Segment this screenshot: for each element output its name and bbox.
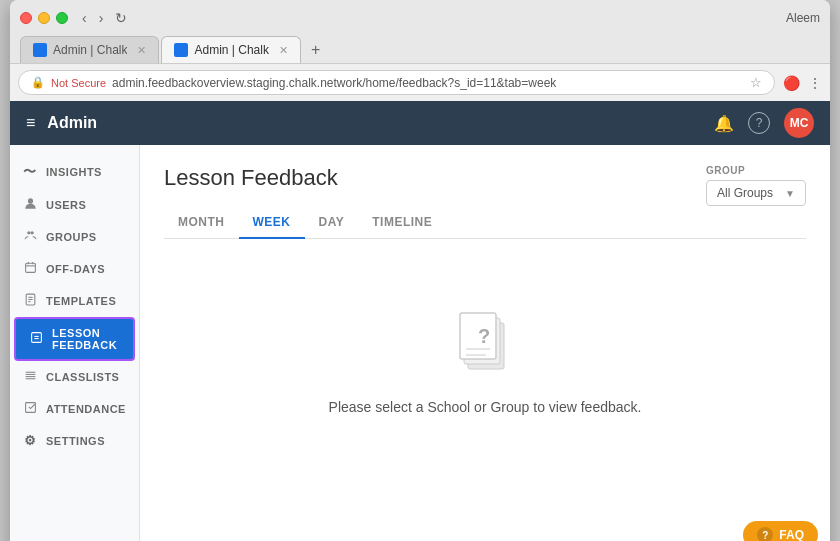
- sidebar-item-insights[interactable]: 〜 Insights: [10, 155, 139, 189]
- topnav-icons: 🔔 ? MC: [714, 108, 814, 138]
- svg-rect-3: [25, 263, 35, 272]
- browser-controls: ‹ › ↻ Aleem: [20, 8, 820, 28]
- tab-timeline[interactable]: Timeline: [358, 207, 446, 239]
- sidebar-item-offdays[interactable]: Off-Days: [10, 253, 139, 285]
- new-tab-button[interactable]: +: [303, 37, 328, 63]
- svg-rect-11: [31, 333, 41, 343]
- groups-icon: [22, 229, 38, 245]
- users-icon: [22, 197, 38, 213]
- empty-message: Please select a School or Group to view …: [329, 399, 642, 415]
- attendance-icon: [22, 401, 38, 417]
- group-select[interactable]: All Groups ▼: [706, 180, 806, 206]
- browser-titlebar: ‹ › ↻ Aleem Admin | Chalk ✕ Admin | Chal…: [10, 0, 830, 64]
- sidebar-label-attendance: Attendance: [46, 403, 126, 415]
- tab-month[interactable]: Month: [164, 207, 239, 239]
- svg-point-1: [27, 231, 30, 234]
- faq-button[interactable]: ? FAQ: [743, 521, 818, 541]
- faq-icon: ?: [757, 527, 773, 541]
- empty-state: ? Please select a School or Group to vie…: [164, 263, 806, 455]
- address-bar[interactable]: 🔒 Not Secure admin.feedbackoverview.stag…: [18, 70, 775, 95]
- sidebar-item-lesson-feedback[interactable]: Lesson Feedback: [14, 317, 135, 361]
- traffic-lights: [20, 12, 68, 24]
- back-button[interactable]: ‹: [78, 8, 91, 28]
- sidebar-label-insights: Insights: [46, 166, 102, 178]
- maximize-traffic-light[interactable]: [56, 12, 68, 24]
- avatar[interactable]: MC: [784, 108, 814, 138]
- browser-tab-1[interactable]: Admin | Chalk ✕: [20, 36, 159, 63]
- sidebar-label-users: Users: [46, 199, 86, 211]
- sidebar-label-templates: Templates: [46, 295, 116, 307]
- chevron-down-icon: ▼: [785, 188, 795, 199]
- app-container: ≡ Admin 🔔 ? MC 〜 Insights Users: [10, 101, 830, 541]
- sidebar-item-users[interactable]: Users: [10, 189, 139, 221]
- star-icon[interactable]: ☆: [750, 75, 762, 90]
- group-select-text: All Groups: [717, 186, 779, 200]
- sidebar-label-lesson-feedback: Lesson Feedback: [52, 327, 121, 351]
- sidebar-item-settings[interactable]: ⚙ Settings: [10, 425, 139, 456]
- app-body: 〜 Insights Users Groups: [10, 145, 830, 541]
- app-title: Admin: [47, 114, 714, 132]
- group-selector-area: Group All Groups ▼: [706, 165, 806, 206]
- hamburger-button[interactable]: ≡: [26, 114, 35, 132]
- forward-button[interactable]: ›: [95, 8, 108, 28]
- svg-point-0: [27, 198, 32, 203]
- templates-icon: [22, 293, 38, 309]
- reload-button[interactable]: ↻: [111, 8, 131, 28]
- menu-button[interactable]: ⋮: [808, 75, 822, 91]
- help-button[interactable]: ?: [748, 112, 770, 134]
- svg-point-2: [30, 231, 33, 234]
- not-secure-label: Not Secure: [51, 77, 106, 89]
- sidebar-item-attendance[interactable]: Attendance: [10, 393, 139, 425]
- settings-icon: ⚙: [22, 433, 38, 448]
- app-topnav: ≡ Admin 🔔 ? MC: [10, 101, 830, 145]
- address-bar-row: 🔒 Not Secure admin.feedbackoverview.stag…: [10, 64, 830, 101]
- sidebar-label-classlists: Classlists: [46, 371, 119, 383]
- tab-week[interactable]: Week: [239, 207, 305, 239]
- faq-label: FAQ: [779, 528, 804, 541]
- close-traffic-light[interactable]: [20, 12, 32, 24]
- empty-state-icon: ?: [450, 303, 520, 383]
- tab-label-2: Admin | Chalk: [194, 43, 268, 57]
- tab-close-2[interactable]: ✕: [279, 44, 288, 57]
- tab-close-1[interactable]: ✕: [137, 44, 146, 57]
- tab-favicon-1: [33, 43, 47, 57]
- tab-label-1: Admin | Chalk: [53, 43, 127, 57]
- lesson-feedback-icon: [28, 331, 44, 347]
- tabs-row: Month Week Day Timeline: [164, 207, 806, 239]
- browser-user-label: Aleem: [786, 11, 820, 25]
- main-content: Lesson Feedback Month Week Day Timeline …: [140, 145, 830, 541]
- sidebar-label-settings: Settings: [46, 435, 105, 447]
- sidebar: 〜 Insights Users Groups: [10, 145, 140, 541]
- tab-favicon-2: [174, 43, 188, 57]
- tab-day[interactable]: Day: [305, 207, 359, 239]
- notification-button[interactable]: 🔔: [714, 114, 734, 133]
- lock-icon: 🔒: [31, 76, 45, 89]
- browser-tabs: Admin | Chalk ✕ Admin | Chalk ✕ +: [20, 36, 820, 63]
- insights-icon: 〜: [22, 163, 38, 181]
- url-text: admin.feedbackoverview.staging.chalk.net…: [112, 76, 744, 90]
- browser-window: ‹ › ↻ Aleem Admin | Chalk ✕ Admin | Chal…: [10, 0, 830, 541]
- sidebar-item-groups[interactable]: Groups: [10, 221, 139, 253]
- sidebar-label-groups: Groups: [46, 231, 97, 243]
- minimize-traffic-light[interactable]: [38, 12, 50, 24]
- group-label: Group: [706, 165, 806, 176]
- sidebar-item-templates[interactable]: Templates: [10, 285, 139, 317]
- offdays-icon: [22, 261, 38, 277]
- svg-rect-18: [25, 403, 35, 413]
- extensions-button[interactable]: 🔴: [783, 75, 800, 91]
- sidebar-label-offdays: Off-Days: [46, 263, 105, 275]
- classlists-icon: [22, 369, 38, 385]
- browser-tab-2[interactable]: Admin | Chalk ✕: [161, 36, 300, 63]
- sidebar-item-classlists[interactable]: Classlists: [10, 361, 139, 393]
- nav-buttons: ‹ › ↻: [78, 8, 131, 28]
- svg-text:?: ?: [478, 325, 490, 347]
